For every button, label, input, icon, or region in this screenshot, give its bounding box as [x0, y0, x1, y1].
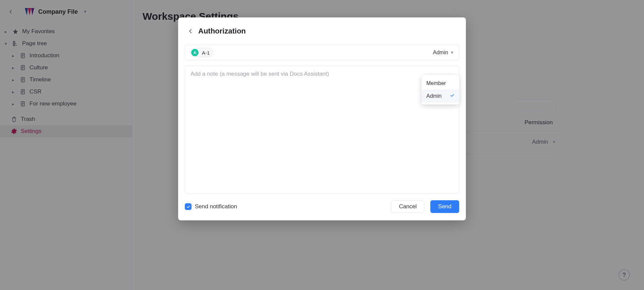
- recipient-chip[interactable]: A A-1: [190, 48, 214, 58]
- modal-overlay[interactable]: Authorization A A-1 Admin ▼ Send notific…: [0, 0, 644, 290]
- role-selected-label: Admin: [433, 50, 448, 56]
- cancel-button[interactable]: Cancel: [391, 200, 424, 213]
- role-option-member[interactable]: Member: [422, 77, 459, 90]
- caret-down-icon: ▼: [450, 50, 454, 55]
- role-option-admin[interactable]: Admin: [422, 90, 459, 102]
- back-button[interactable]: [187, 28, 194, 34]
- help-icon: ?: [623, 272, 626, 279]
- recipient-label: A-1: [202, 50, 210, 56]
- footer-actions: Cancel Send: [391, 200, 459, 213]
- send-notification-label: Send notification: [195, 203, 237, 210]
- note-textarea[interactable]: [191, 71, 453, 189]
- modal-header: Authorization: [178, 17, 466, 44]
- checkbox-checked-icon[interactable]: [185, 203, 192, 210]
- note-field-wrapper: [185, 66, 459, 194]
- role-dropdown-trigger[interactable]: Admin ▼: [433, 50, 454, 56]
- send-notification-toggle[interactable]: Send notification: [185, 203, 237, 210]
- help-button[interactable]: ?: [619, 269, 630, 281]
- modal-footer: Send notification Cancel Send: [178, 194, 466, 220]
- modal-title: Authorization: [198, 27, 246, 35]
- authorization-modal: Authorization A A-1 Admin ▼ Send notific…: [178, 17, 466, 220]
- recipient-input[interactable]: A A-1 Admin ▼: [185, 45, 459, 60]
- role-option-label: Member: [426, 80, 446, 86]
- avatar: A: [191, 49, 199, 56]
- role-option-label: Admin: [426, 93, 441, 99]
- send-button[interactable]: Send: [430, 200, 459, 213]
- check-icon: [450, 93, 454, 99]
- role-dropdown-menu: Member Admin: [422, 75, 459, 104]
